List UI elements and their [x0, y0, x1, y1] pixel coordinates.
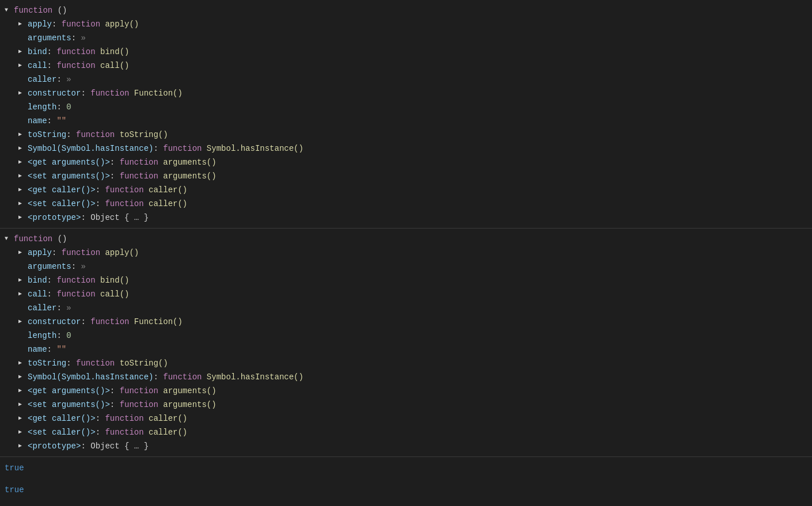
s2-apply-fn-name: apply() [100, 246, 139, 259]
s2-set-caller-key: <set caller()> [28, 426, 96, 439]
list-item[interactable]: <set arguments()> : function arguments() [0, 398, 812, 412]
list-item[interactable]: <set arguments()> : function arguments() [0, 169, 812, 183]
constructor-toggle[interactable] [18, 87, 25, 100]
colon-2: : [71, 32, 81, 44]
s2-bind-toggle[interactable] [18, 274, 25, 287]
s2-bind-fn-name: bind() [96, 274, 130, 287]
colon-6: : [81, 87, 90, 100]
list-item: length : 0 [0, 329, 812, 343]
s2-get-args-key: <get arguments()> [28, 385, 110, 397]
s2-get-args-toggle[interactable] [18, 385, 25, 397]
bind-fn-name: bind() [96, 45, 130, 58]
section-1-root[interactable]: function () [0, 3, 812, 17]
proto-key: <prototype> [28, 211, 81, 224]
spacer [0, 477, 812, 481]
set-args-fn-keyword: function [120, 170, 158, 182]
list-item[interactable]: bind : function bind() [0, 45, 812, 59]
list-item[interactable]: constructor : function Function() [0, 86, 812, 100]
s2-symbol-toggle[interactable] [18, 371, 25, 383]
list-item[interactable]: apply : function apply() [0, 17, 812, 31]
s2-call-toggle[interactable] [18, 288, 25, 300]
s2-colon-13: : [96, 412, 105, 425]
list-item[interactable]: <prototype> : Object { … } [0, 439, 812, 453]
tostring-fn-keyword: function [76, 128, 115, 141]
get-caller-toggle[interactable] [18, 184, 25, 196]
section-2-root[interactable]: function () [0, 232, 812, 246]
list-item[interactable]: <prototype> : Object { … } [0, 211, 812, 225]
symbol-toggle[interactable] [18, 142, 25, 155]
colon-15: : [81, 211, 90, 224]
s2-colon-3: : [47, 274, 57, 287]
list-item[interactable]: <get caller()> : function caller() [0, 412, 812, 425]
s2-set-caller-toggle[interactable] [18, 426, 25, 439]
apply-toggle[interactable] [18, 18, 25, 31]
s2-constructor-fn-keyword: function [90, 315, 129, 328]
s2-tostring-toggle[interactable] [18, 357, 25, 370]
list-item[interactable]: bind : function bind() [0, 273, 812, 287]
s2-bind-key: bind [28, 274, 47, 287]
list-item[interactable]: constructor : function Function() [0, 315, 812, 329]
s2-get-caller-toggle[interactable] [18, 412, 25, 425]
symbol-key: Symbol(Symbol.hasInstance) [28, 142, 153, 155]
bind-toggle[interactable] [18, 45, 25, 58]
list-item[interactable]: Symbol(Symbol.hasInstance) : function Sy… [0, 142, 812, 155]
list-item[interactable]: apply : function apply() [0, 246, 812, 260]
tostring-key: toString [28, 128, 66, 141]
s2-colon-2: : [71, 260, 81, 273]
s2-colon-11: : [110, 385, 120, 397]
s2-colon-12: : [110, 398, 120, 411]
call-fn-keyword: function [56, 59, 95, 72]
bind-fn-keyword: function [56, 45, 95, 58]
s2-set-args-toggle[interactable] [18, 398, 25, 411]
constructor-fn-keyword: function [90, 87, 129, 100]
colon-7: : [56, 101, 66, 113]
get-caller-fn-keyword: function [105, 184, 143, 196]
bottom-value-2: true [0, 481, 812, 499]
set-args-toggle[interactable] [18, 170, 25, 182]
s2-symbol-fn-name: Symbol.hasInstance() [202, 371, 303, 383]
list-item[interactable]: <get caller()> : function caller() [0, 183, 812, 197]
list-item: caller : » [0, 301, 812, 315]
colon-9: : [66, 128, 76, 141]
list-item[interactable]: <set caller()> : function caller() [0, 197, 812, 211]
s2-call-key: call [28, 288, 47, 300]
call-toggle[interactable] [18, 59, 25, 72]
s2-constructor-key: constructor [28, 315, 81, 328]
colon-10: : [153, 142, 163, 155]
s2-tostring-fn-name: toString() [115, 357, 168, 370]
list-item[interactable]: <get arguments()> : function arguments() [0, 384, 812, 398]
list-item[interactable]: toString : function toString() [0, 356, 812, 370]
s2-colon-15: : [81, 440, 90, 452]
list-item[interactable]: call : function call() [0, 59, 812, 73]
s2-length-key: length [28, 329, 56, 342]
set-args-fn-name: arguments() [158, 170, 217, 182]
section-1-toggle[interactable] [5, 4, 12, 17]
set-args-key: <set arguments()> [28, 170, 110, 182]
set-caller-toggle[interactable] [18, 197, 25, 210]
get-args-toggle[interactable] [18, 156, 25, 169]
tostring-toggle[interactable] [18, 128, 25, 141]
section-1-params [52, 4, 57, 17]
s2-proto-toggle[interactable] [18, 440, 25, 452]
colon-14: : [96, 197, 105, 210]
list-item[interactable]: Symbol(Symbol.hasInstance) : function Sy… [0, 370, 812, 384]
section-2-keyword: function [14, 233, 52, 245]
s2-get-args-fn-name: arguments() [158, 385, 217, 397]
s2-colon-8: : [47, 343, 57, 356]
s2-apply-toggle[interactable] [18, 246, 25, 259]
list-item[interactable]: <get arguments()> : function arguments() [0, 155, 812, 169]
console-panel: function () apply : function apply() arg… [0, 0, 812, 501]
proto-value: Object { … } [90, 211, 149, 224]
proto-toggle[interactable] [18, 211, 25, 224]
colon-13: : [96, 184, 105, 196]
list-item[interactable]: call : function call() [0, 287, 812, 301]
list-item: name : "" [0, 343, 812, 356]
list-item[interactable]: <set caller()> : function caller() [0, 425, 812, 439]
list-item[interactable]: toString : function toString() [0, 128, 812, 142]
s2-colon-7: : [56, 329, 66, 342]
get-args-fn-name: arguments() [158, 156, 217, 169]
name-key: name [28, 115, 47, 127]
section-2-toggle[interactable] [5, 233, 12, 245]
s2-constructor-toggle[interactable] [18, 315, 25, 328]
s2-colon-1: : [52, 246, 62, 259]
